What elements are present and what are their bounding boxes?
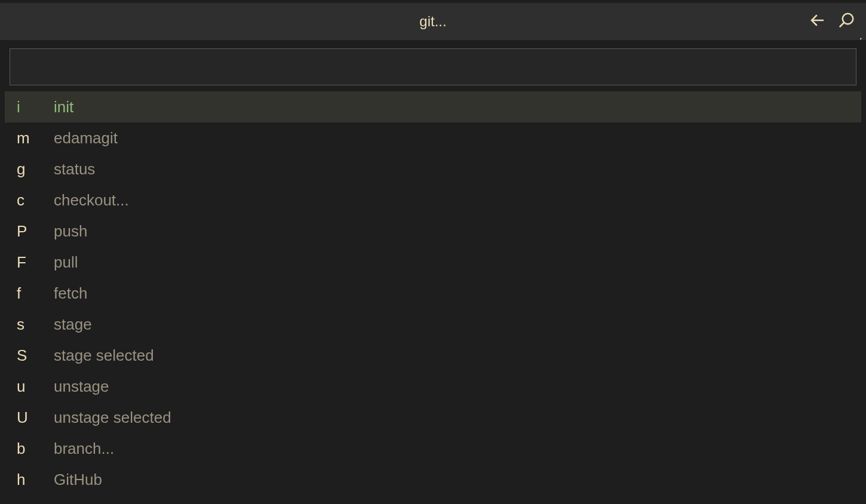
command-key: s [17, 315, 54, 334]
command-label: edamagit [54, 129, 118, 147]
header-actions [809, 11, 855, 32]
command-item[interactable]: medamagit [5, 122, 861, 153]
command-label: fetch [54, 284, 87, 303]
command-item[interactable]: ffetch [5, 278, 861, 309]
command-key: P [17, 222, 54, 241]
command-item[interactable]: sstage [5, 309, 861, 340]
command-label: checkout... [54, 191, 129, 210]
command-item[interactable]: Fpull [5, 247, 861, 278]
back-icon[interactable] [809, 11, 827, 32]
command-item[interactable]: gstatus [5, 153, 861, 185]
header-title: git... [419, 13, 446, 30]
command-key: i [17, 98, 54, 116]
search-icon[interactable] [837, 11, 855, 32]
command-label: unstage [54, 377, 109, 396]
command-key: F [17, 253, 54, 272]
command-key: c [17, 191, 54, 210]
command-key: g [17, 160, 54, 179]
command-key: m [17, 129, 54, 147]
command-item[interactable]: bbranch... [5, 433, 861, 464]
command-key: u [17, 377, 54, 396]
command-item[interactable]: hGitHub [5, 464, 861, 495]
trailing-dot: . [859, 29, 862, 42]
command-label: branch... [54, 440, 114, 458]
command-label: init [54, 98, 73, 116]
command-label: push [54, 222, 87, 241]
command-item[interactable]: ccheckout... [5, 185, 861, 216]
command-label: pull [54, 253, 78, 272]
command-item[interactable]: Ppush [5, 216, 861, 247]
command-key: h [17, 471, 54, 489]
svg-point-0 [843, 14, 853, 24]
search-input-container [0, 40, 866, 91]
command-item[interactable]: Uunstage selected [5, 402, 861, 433]
command-key: b [17, 440, 54, 458]
command-label: GitHub [54, 471, 102, 489]
command-label: stage selected [54, 346, 154, 365]
header-bar: git... [0, 3, 866, 40]
search-input[interactable] [10, 48, 856, 85]
command-key: S [17, 346, 54, 365]
command-key: f [17, 284, 54, 303]
command-label: unstage selected [54, 408, 171, 427]
command-label: status [54, 160, 95, 179]
command-list: iinitmedamagitgstatusccheckout...PpushFp… [0, 91, 866, 495]
command-item[interactable]: Sstage selected [5, 340, 861, 371]
command-item[interactable]: uunstage [5, 371, 861, 402]
command-label: stage [54, 315, 92, 334]
command-item[interactable]: iinit [5, 91, 861, 122]
command-key: U [17, 408, 54, 427]
